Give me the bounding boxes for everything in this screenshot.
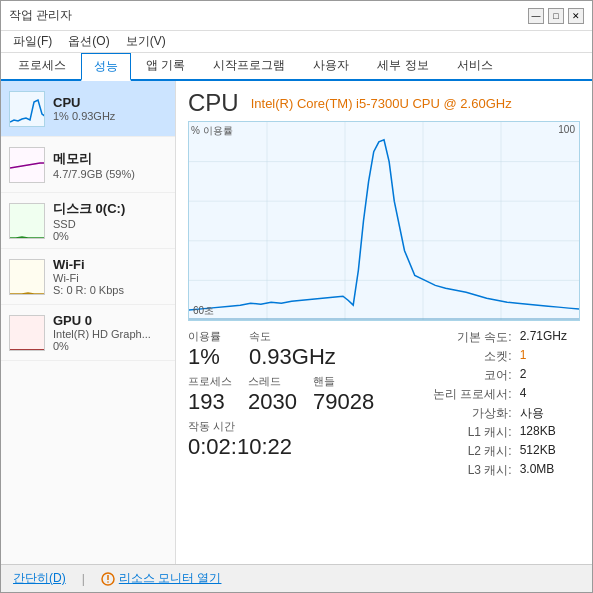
tab-services[interactable]: 서비스 bbox=[444, 52, 506, 79]
sidebar-item-disk[interactable]: 디스크 0(C:) SSD 0% bbox=[1, 193, 175, 249]
rs-label-3: 논리 프로세서: bbox=[420, 386, 512, 403]
rs-value-6: 512KB bbox=[520, 443, 580, 460]
memory-sidebar-name: 메모리 bbox=[53, 150, 167, 168]
gpu-sidebar-name: GPU 0 bbox=[53, 313, 167, 328]
main-panel: CPU Intel(R) Core(TM) i5-7300U CPU @ 2.6… bbox=[176, 81, 592, 564]
tab-details[interactable]: 세부 정보 bbox=[364, 52, 441, 79]
rs-label-2: 코어: bbox=[420, 367, 512, 384]
stats-row-1: 이용률 1% 속도 0.93GHz bbox=[188, 329, 404, 370]
sidebar: CPU 1% 0.93GHz 메모리 4.7/7.9GB (59%) bbox=[1, 81, 176, 564]
chart-x-label: 60초 bbox=[193, 304, 214, 318]
thread-label: 스레드 bbox=[248, 374, 297, 389]
rs-value-5: 128KB bbox=[520, 424, 580, 441]
wifi-sidebar-name: Wi-Fi bbox=[53, 257, 167, 272]
cpu-mini-chart bbox=[9, 91, 45, 127]
bottom-separator: | bbox=[82, 572, 85, 586]
bottom-bar: 간단히(D) | 리소스 모니터 열기 bbox=[1, 564, 592, 592]
rs-value-3: 4 bbox=[520, 386, 580, 403]
process-label: 프로세스 bbox=[188, 374, 232, 389]
speed-label: 속도 bbox=[249, 329, 336, 344]
uptime-value: 0:02:10:22 bbox=[188, 434, 404, 460]
title-bar: 작업 관리자 — □ ✕ bbox=[1, 1, 592, 31]
cpu-sidebar-sub: 1% 0.93GHz bbox=[53, 110, 167, 122]
sidebar-item-gpu[interactable]: GPU 0 Intel(R) HD Graph... 0% bbox=[1, 305, 175, 361]
rs-value-1: 1 bbox=[520, 348, 580, 365]
monitor-icon bbox=[101, 572, 115, 586]
process-value: 193 bbox=[188, 389, 232, 415]
gpu-mini-chart bbox=[9, 315, 45, 351]
close-button[interactable]: ✕ bbox=[568, 8, 584, 24]
memory-sidebar-sub: 4.7/7.9GB (59%) bbox=[53, 168, 167, 180]
resource-monitor-link[interactable]: 리소스 모니터 열기 bbox=[119, 570, 222, 587]
handle-group: 핸들 79028 bbox=[313, 374, 374, 415]
handle-value: 79028 bbox=[313, 389, 374, 415]
sidebar-item-cpu[interactable]: CPU 1% 0.93GHz bbox=[1, 81, 175, 137]
tab-app-history[interactable]: 앱 기록 bbox=[133, 52, 198, 79]
uptime-group: 작동 시간 0:02:10:22 bbox=[188, 419, 404, 460]
utilization-label: 이용률 bbox=[188, 329, 221, 344]
gpu-sidebar-sub1: Intel(R) HD Graph... bbox=[53, 328, 167, 340]
rs-value-7: 3.0MB bbox=[520, 462, 580, 479]
thread-group: 스레드 2030 bbox=[248, 374, 297, 415]
utilization-group: 이용률 1% bbox=[188, 329, 221, 370]
menu-file[interactable]: 파일(F) bbox=[5, 31, 60, 52]
process-group: 프로세스 193 bbox=[188, 374, 232, 415]
chart-svg bbox=[189, 122, 579, 320]
sidebar-item-wifi[interactable]: Wi-Fi Wi-Fi S: 0 R: 0 Kbps bbox=[1, 249, 175, 305]
disk-sidebar-sub1: SSD bbox=[53, 218, 167, 230]
cpu-sidebar-name: CPU bbox=[53, 95, 167, 110]
disk-mini-chart bbox=[9, 203, 45, 239]
disk-sidebar-info: 디스크 0(C:) SSD 0% bbox=[53, 200, 167, 242]
menu-view[interactable]: 보기(V) bbox=[118, 31, 174, 52]
disk-sidebar-name: 디스크 0(C:) bbox=[53, 200, 167, 218]
rs-value-2: 2 bbox=[520, 367, 580, 384]
rs-value-4: 사용 bbox=[520, 405, 580, 422]
task-manager-window: 작업 관리자 — □ ✕ 파일(F) 옵션(O) 보기(V) 프로세스 성능 앱… bbox=[0, 0, 593, 593]
window-title: 작업 관리자 bbox=[9, 7, 72, 24]
panel-subtitle: Intel(R) Core(TM) i5-7300U CPU @ 2.60GHz bbox=[251, 96, 512, 111]
panel-title: CPU bbox=[188, 89, 239, 117]
gpu-sidebar-sub2: 0% bbox=[53, 340, 167, 352]
memory-sidebar-info: 메모리 4.7/7.9GB (59%) bbox=[53, 150, 167, 180]
gpu-sidebar-info: GPU 0 Intel(R) HD Graph... 0% bbox=[53, 313, 167, 352]
wifi-sidebar-info: Wi-Fi Wi-Fi S: 0 R: 0 Kbps bbox=[53, 257, 167, 296]
rs-label-4: 가상화: bbox=[420, 405, 512, 422]
rs-label-5: L1 캐시: bbox=[420, 424, 512, 441]
memory-mini-chart bbox=[9, 147, 45, 183]
cpu-sidebar-info: CPU 1% 0.93GHz bbox=[53, 95, 167, 122]
tab-bar: 프로세스 성능 앱 기록 시작프로그램 사용자 세부 정보 서비스 bbox=[1, 53, 592, 81]
svg-point-11 bbox=[107, 581, 109, 583]
chart-y-label: % 이용률 bbox=[191, 124, 233, 138]
rs-label-6: L2 캐시: bbox=[420, 443, 512, 460]
sidebar-item-memory[interactable]: 메모리 4.7/7.9GB (59%) bbox=[1, 137, 175, 193]
disk-sidebar-sub2: 0% bbox=[53, 230, 167, 242]
chart-y-max: 100 bbox=[558, 124, 575, 135]
window-controls: — □ ✕ bbox=[528, 8, 584, 24]
menu-bar: 파일(F) 옵션(O) 보기(V) bbox=[1, 31, 592, 53]
wifi-mini-chart bbox=[9, 259, 45, 295]
collapse-link[interactable]: 간단히(D) bbox=[13, 570, 66, 587]
tab-startup[interactable]: 시작프로그램 bbox=[200, 52, 298, 79]
utilization-value: 1% bbox=[188, 344, 221, 370]
minimize-button[interactable]: — bbox=[528, 8, 544, 24]
speed-group: 속도 0.93GHz bbox=[249, 329, 336, 370]
handle-label: 핸들 bbox=[313, 374, 374, 389]
rs-label-0: 기본 속도: bbox=[420, 329, 512, 346]
tab-performance[interactable]: 성능 bbox=[81, 53, 131, 81]
rs-label-1: 소켓: bbox=[420, 348, 512, 365]
left-stats: 이용률 1% 속도 0.93GHz 프로세스 193 bbox=[188, 329, 404, 479]
wifi-sidebar-sub2: S: 0 R: 0 Kbps bbox=[53, 284, 167, 296]
uptime-label: 작동 시간 bbox=[188, 419, 404, 434]
menu-options[interactable]: 옵션(O) bbox=[60, 31, 117, 52]
tab-process[interactable]: 프로세스 bbox=[5, 52, 79, 79]
stats-row-2: 프로세스 193 스레드 2030 핸들 79028 bbox=[188, 374, 404, 415]
maximize-button[interactable]: □ bbox=[548, 8, 564, 24]
thread-value: 2030 bbox=[248, 389, 297, 415]
tab-users[interactable]: 사용자 bbox=[300, 52, 362, 79]
panel-header: CPU Intel(R) Core(TM) i5-7300U CPU @ 2.6… bbox=[188, 89, 580, 117]
cpu-chart: % 이용률 100 60초 bbox=[188, 121, 580, 321]
rs-value-0: 2.71GHz bbox=[520, 329, 580, 346]
content-area: CPU 1% 0.93GHz 메모리 4.7/7.9GB (59%) bbox=[1, 81, 592, 564]
lower-section: 이용률 1% 속도 0.93GHz 프로세스 193 bbox=[188, 329, 580, 479]
wifi-sidebar-sub1: Wi-Fi bbox=[53, 272, 167, 284]
